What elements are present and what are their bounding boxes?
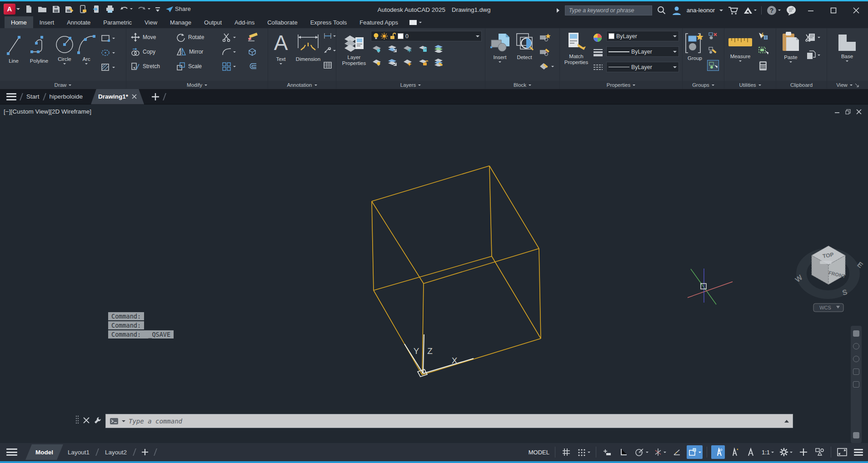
annotation-autoscale-toggle[interactable] [728, 445, 741, 459]
share-button[interactable]: Share [165, 5, 191, 13]
create-block-button[interactable] [539, 33, 551, 42]
annotation-scale-indicator[interactable] [744, 445, 758, 459]
stretch-button[interactable]: Stretch [131, 62, 160, 71]
scale-button[interactable]: Scale [176, 62, 202, 71]
leader-button[interactable] [324, 47, 336, 54]
linetype-dropdown[interactable]: ByLayer [606, 62, 679, 72]
dynamic-input-toggle[interactable] [600, 445, 614, 459]
drawing-restore-icon[interactable] [845, 109, 851, 115]
customize-plus-button[interactable] [797, 445, 810, 459]
panel-label-annotation[interactable]: Annotation [268, 81, 336, 89]
table-button[interactable] [324, 62, 332, 69]
rotate-button[interactable]: Rotate [176, 33, 204, 42]
panel-label-block[interactable]: Block [485, 81, 559, 89]
layout2-tab[interactable]: Layout2 [100, 449, 131, 456]
group-edit-button[interactable] [708, 46, 718, 55]
group-selection-toggle[interactable] [707, 60, 719, 71]
tab-home[interactable]: Home [5, 16, 33, 28]
snap-toggle[interactable] [576, 445, 592, 459]
command-input[interactable] [129, 418, 781, 425]
palette-drag-handle[interactable] [75, 415, 79, 425]
panel-label-properties[interactable]: Properties [560, 81, 682, 89]
panel-label-groups[interactable]: Groups [683, 81, 724, 89]
tab-annotate[interactable]: Annotate [60, 16, 97, 28]
annotation-scale-button[interactable]: 1:1 [760, 445, 775, 459]
close-button[interactable] [847, 4, 865, 17]
paste-button[interactable]: Paste [778, 31, 803, 63]
quick-calculator-button[interactable] [759, 61, 767, 71]
match-properties-button[interactable]: MatchProperties [562, 32, 591, 65]
workspace-switching-button[interactable] [778, 445, 794, 459]
new-layout-button[interactable] [141, 448, 149, 456]
customization-menu-button[interactable] [852, 445, 865, 459]
layer-freeze-button[interactable] [403, 45, 413, 53]
drawing-canvas[interactable]: XYZ [0, 105, 868, 443]
full-navigation-wheel-icon[interactable] [853, 330, 859, 337]
assistant-icon[interactable] [785, 5, 797, 16]
edit-block-button[interactable] [539, 47, 551, 56]
minimize-button[interactable] [802, 4, 820, 17]
edit-attributes-button[interactable] [539, 62, 554, 71]
showmotion-tool-icon[interactable] [853, 381, 859, 388]
pan-tool-icon[interactable] [853, 343, 859, 349]
ungroup-button[interactable] [708, 32, 718, 40]
grid-toggle[interactable] [559, 445, 573, 459]
trim-button[interactable] [222, 33, 236, 42]
signed-in-user[interactable]: ana-leonor [687, 7, 715, 14]
base-button[interactable]: Base [833, 32, 861, 62]
customize-wrench-icon[interactable] [94, 416, 102, 424]
layer-on-button[interactable] [372, 58, 382, 66]
dimension-linear-button[interactable] [324, 33, 336, 39]
model-space-button[interactable]: MODEL [527, 445, 551, 459]
layer-unisolate-button[interactable] [387, 58, 397, 66]
cut-button[interactable] [805, 33, 820, 42]
open-from-web-mobile-button[interactable] [79, 5, 88, 14]
tab-collaborate[interactable]: Collaborate [261, 16, 304, 28]
layout-menu-button[interactable] [6, 448, 17, 456]
file-tab-drawing1-active[interactable]: Drawing1* [91, 89, 144, 105]
arc-button[interactable]: Arc [76, 32, 96, 65]
panel-label-clipboard[interactable]: Clipboard [776, 81, 827, 89]
select-similar-button[interactable] [758, 46, 769, 55]
navigation-bar[interactable] [851, 326, 862, 443]
measure-button[interactable]: Measure [726, 32, 754, 62]
array-button[interactable] [222, 62, 236, 71]
layer-make-current-button[interactable] [434, 45, 444, 53]
line-button[interactable]: Line [3, 32, 25, 64]
save-to-web-mobile-button[interactable] [92, 5, 101, 14]
search-expand-icon[interactable] [556, 8, 560, 13]
undo-button[interactable] [119, 5, 133, 13]
text-button[interactable]: A Text [270, 31, 292, 65]
fillet-button[interactable] [222, 47, 236, 56]
panel-label-layers[interactable]: Layers [336, 81, 485, 89]
help-button[interactable]: ? [766, 5, 781, 16]
layer-unlock-button[interactable] [418, 58, 428, 66]
viewcube-widget[interactable]: W E S TOP FRONT WCS [792, 237, 866, 315]
command-expand-icon[interactable] [784, 420, 789, 423]
tab-view[interactable]: View [138, 16, 164, 28]
detect-button[interactable]: Detect [513, 32, 536, 60]
panel-label-view[interactable]: View [827, 81, 868, 89]
orbit-tool-icon[interactable] [853, 368, 859, 375]
annotation-visibility-toggle[interactable] [711, 445, 725, 459]
tab-express-tools[interactable]: Express Tools [304, 16, 354, 28]
redo-button[interactable] [137, 5, 150, 13]
tab-manage[interactable]: Manage [164, 16, 198, 28]
tab-insert[interactable]: Insert [33, 16, 61, 28]
new-drawing-button[interactable] [24, 5, 33, 14]
user-menu-caret-icon[interactable] [719, 10, 723, 11]
open-button[interactable] [37, 5, 47, 14]
layer-match-button[interactable] [434, 58, 444, 66]
isodraft-toggle[interactable] [653, 445, 668, 459]
search-icon[interactable] [657, 5, 667, 15]
viewport-controls-label[interactable]: [−][Custom View][2D Wireframe] [4, 108, 91, 115]
panel-label-modify[interactable]: Modify [126, 81, 268, 89]
zoom-tool-icon[interactable] [853, 356, 859, 362]
new-file-tab-button[interactable] [151, 93, 160, 101]
ortho-toggle[interactable] [617, 445, 630, 459]
search-input[interactable] [565, 5, 652, 15]
tab-output[interactable]: Output [198, 16, 228, 28]
tab-addins[interactable]: Add-ins [228, 16, 261, 28]
copy-clip-button[interactable] [806, 50, 820, 60]
file-tab-hiperboloide[interactable]: hiperboloide [50, 93, 83, 100]
